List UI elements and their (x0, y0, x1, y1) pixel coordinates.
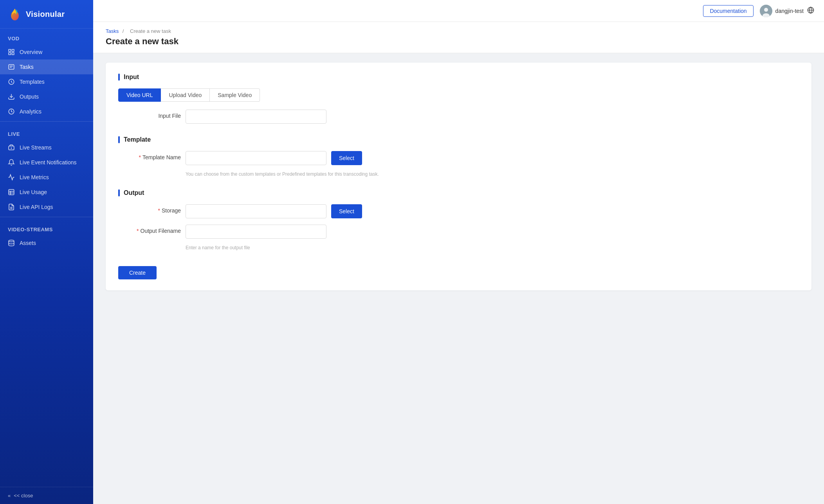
sidebar-divider-1 (0, 121, 93, 122)
tasks-icon (8, 63, 15, 70)
live-streams-icon (8, 144, 15, 151)
outputs-icon (8, 93, 15, 100)
create-button[interactable]: Create (118, 266, 157, 279)
sidebar-logo: Visionular (0, 0, 93, 29)
sidebar-templates-label: Templates (20, 79, 45, 85)
storage-select-button[interactable]: Select (331, 204, 362, 218)
page-header: Tasks / Create a new task Create a new t… (93, 22, 824, 53)
svg-rect-3 (9, 53, 11, 55)
tab-upload-video[interactable]: Upload Video (161, 88, 210, 102)
main-area: Documentation dangjin-test Tasks (93, 0, 824, 504)
output-filename-field[interactable] (186, 225, 326, 239)
sidebar-live-streams-label: Live Streams (20, 144, 52, 151)
output-section-title: Output (118, 189, 799, 196)
topnav: Documentation dangjin-test (93, 0, 824, 22)
sidebar-item-overview[interactable]: Overview (0, 45, 93, 59)
storage-field[interactable] (186, 204, 326, 218)
input-section-title: Input (118, 74, 799, 81)
sidebar-item-live-api-logs[interactable]: Live API Logs (0, 200, 93, 214)
svg-rect-2 (12, 49, 14, 51)
sidebar-item-live-streams[interactable]: Live Streams (0, 140, 93, 155)
input-file-row: Input File (118, 110, 799, 124)
svg-point-20 (9, 240, 14, 242)
template-required-star: * (139, 154, 141, 160)
sidebar-divider-2 (0, 217, 93, 217)
template-name-field[interactable] (186, 151, 326, 165)
sidebar-item-templates[interactable]: Templates (0, 74, 93, 89)
template-name-row: *Template Name Select (118, 151, 799, 165)
template-select-button[interactable]: Select (331, 151, 362, 165)
avatar-icon (760, 5, 772, 17)
output-filename-hint: Enter a name for the output file (186, 245, 799, 250)
sidebar-item-live-metrics[interactable]: Live Metrics (0, 170, 93, 185)
user-info: dangjin-test (760, 5, 815, 17)
close-chevron-icon: « (8, 493, 11, 499)
sidebar-item-analytics[interactable]: Analytics (0, 104, 93, 119)
sidebar-item-live-event-notifications[interactable]: Live Event Notifications (0, 155, 93, 170)
svg-point-22 (764, 8, 768, 12)
assets-icon (8, 239, 15, 247)
sidebar-item-outputs[interactable]: Outputs (0, 89, 93, 104)
page-title: Create a new task (106, 36, 811, 47)
live-event-notifications-icon (8, 159, 15, 166)
storage-row: *Storage Select (118, 204, 799, 218)
output-section: Output *Storage Select *Output Filename … (118, 189, 799, 250)
sidebar-overview-label: Overview (20, 49, 42, 55)
avatar (760, 5, 772, 17)
storage-required-star: * (158, 207, 160, 214)
template-section: Template *Template Name Select You can c… (118, 136, 799, 177)
live-section-label: Live (0, 124, 93, 140)
videostreams-section-label: Video-Streams (0, 220, 93, 236)
template-name-label: *Template Name (118, 151, 181, 160)
content-area: Tasks / Create a new task Create a new t… (93, 22, 824, 504)
live-api-logs-icon (8, 203, 15, 211)
sidebar: Visionular VOD Overview Tasks Templates … (0, 0, 93, 504)
breadcrumb-current: Create a new task (130, 28, 171, 34)
sidebar-analytics-label: Analytics (20, 108, 41, 115)
documentation-button[interactable]: Documentation (703, 5, 753, 17)
sidebar-tasks-label: Tasks (20, 64, 34, 70)
breadcrumb: Tasks / Create a new task (106, 28, 811, 34)
close-label: << close (14, 493, 33, 499)
svg-rect-1 (9, 49, 11, 51)
output-filename-row: *Output Filename (118, 225, 799, 239)
live-metrics-icon (8, 174, 15, 181)
sidebar-live-usage-label: Live Usage (20, 189, 47, 195)
tab-sample-video[interactable]: Sample Video (210, 88, 260, 102)
storage-label: *Storage (118, 204, 181, 214)
templates-icon (8, 78, 15, 85)
template-hint: You can choose from the custom templates… (186, 171, 799, 177)
sidebar-live-event-notifications-label: Live Event Notifications (20, 159, 77, 166)
svg-rect-14 (9, 189, 14, 195)
sidebar-close[interactable]: « << close (0, 487, 93, 504)
filename-required-star: * (137, 228, 139, 234)
input-file-field[interactable] (186, 110, 326, 124)
vod-section-label: VOD (0, 29, 93, 45)
template-section-title: Template (118, 136, 799, 143)
logo-icon (8, 7, 22, 21)
svg-rect-4 (12, 53, 14, 55)
sidebar-live-api-logs-label: Live API Logs (20, 204, 53, 210)
sidebar-item-live-usage[interactable]: Live Usage (0, 185, 93, 200)
input-section: Input Video URL Upload Video Sample Vide… (118, 74, 799, 124)
input-tab-group: Video URL Upload Video Sample Video (118, 88, 799, 102)
sidebar-outputs-label: Outputs (20, 94, 39, 100)
sidebar-item-tasks[interactable]: Tasks (0, 59, 93, 74)
tab-video-url[interactable]: Video URL (118, 88, 161, 102)
live-usage-icon (8, 189, 15, 196)
breadcrumb-separator: / (123, 28, 124, 34)
overview-icon (8, 49, 15, 56)
input-file-label: Input File (118, 110, 181, 119)
globe-icon[interactable] (807, 6, 815, 16)
sidebar-live-metrics-label: Live Metrics (20, 174, 49, 180)
sidebar-assets-label: Assets (20, 240, 36, 246)
form-container: Input Video URL Upload Video Sample Vide… (106, 63, 811, 290)
analytics-icon (8, 108, 15, 115)
logo-text: Visionular (26, 10, 65, 19)
sidebar-item-assets[interactable]: Assets (0, 236, 93, 250)
username: dangjin-test (775, 8, 804, 14)
breadcrumb-tasks-link[interactable]: Tasks (106, 28, 119, 34)
output-filename-label: *Output Filename (118, 225, 181, 234)
